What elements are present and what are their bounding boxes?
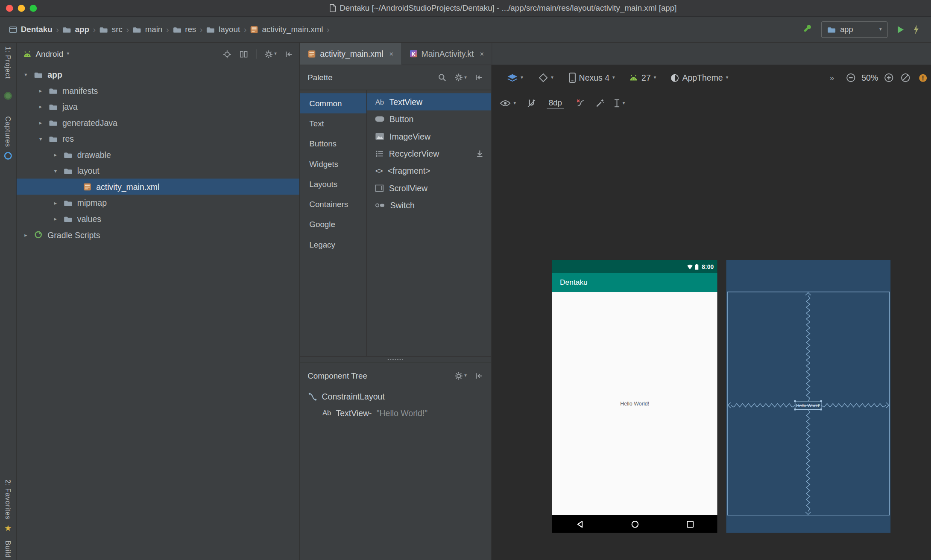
tree-row-values[interactable]: ▸ values — [17, 211, 299, 227]
palette-item-recyclerview[interactable]: RecyclerView — [367, 145, 491, 162]
project-view-select[interactable]: Android — [35, 50, 63, 58]
chevron-expanded-icon[interactable]: ▾ — [38, 136, 44, 142]
breadcrumb-file[interactable]: activity_main.xml — [249, 25, 325, 34]
default-margin-select[interactable]: 8dp — [547, 98, 564, 108]
locate-file-icon[interactable] — [223, 50, 231, 58]
titlebar: Dentaku [~/AndroidStudioProjects/Dentaku… — [0, 0, 931, 17]
close-icon[interactable]: × — [480, 50, 484, 57]
breadcrumb-res[interactable]: res — [171, 25, 198, 34]
infer-constraints-button[interactable] — [594, 99, 604, 108]
chevron-collapsed-icon[interactable]: ▸ — [52, 216, 59, 222]
tree-row-mipmap[interactable]: ▸ mipmap — [17, 195, 299, 211]
stripe-project-button[interactable]: 1: Project — [4, 46, 12, 79]
captures-icon[interactable] — [4, 152, 12, 159]
hide-panel-icon[interactable] — [474, 73, 483, 82]
breadcrumb-layout[interactable]: layout — [205, 25, 242, 34]
design-surface[interactable]: ▾ ▾ Nexus 4 ▾ — [492, 65, 931, 560]
tree-row-gradle-scripts[interactable]: ▸ Gradle Scripts — [17, 227, 299, 243]
category-text[interactable]: Text — [300, 114, 366, 134]
split-view-icon[interactable] — [239, 50, 248, 58]
stripe-build-variants-button[interactable]: Build Variants — [4, 541, 12, 560]
design-view[interactable]: 8:00 Dentaku Hello World! — [552, 260, 717, 533]
component-row-textview[interactable]: Ab TextView- "Hello World!" — [300, 405, 491, 421]
chevron-collapsed-icon[interactable]: ▸ — [38, 104, 44, 110]
tree-row-manifests[interactable]: ▸ manifests — [17, 82, 299, 99]
palette-settings-button[interactable]: ▾ — [454, 73, 467, 82]
zoom-out-button[interactable] — [846, 73, 855, 82]
chevron-collapsed-icon[interactable]: ▸ — [23, 232, 29, 238]
download-icon[interactable] — [476, 149, 484, 158]
chevron-collapsed-icon[interactable]: ▸ — [38, 88, 44, 93]
breadcrumb-app[interactable]: app — [61, 25, 91, 34]
wrench-icon[interactable] — [803, 25, 812, 34]
favorites-star-icon[interactable]: ★ — [4, 524, 12, 532]
close-window-button[interactable] — [6, 4, 13, 12]
category-legacy[interactable]: Legacy — [300, 234, 366, 254]
project-settings-button[interactable]: ▾ — [264, 50, 277, 58]
palette-item-imageview[interactable]: ImageView — [367, 128, 491, 145]
api-level-select[interactable]: 27 ▾ — [629, 73, 656, 82]
toolbar-overflow-button[interactable]: » — [829, 73, 834, 82]
tree-row-java[interactable]: ▸ java — [17, 99, 299, 115]
palette-item-fragment[interactable]: <> <fragment> — [367, 162, 491, 179]
autoconnect-off-icon[interactable] — [527, 99, 536, 108]
search-icon[interactable] — [438, 73, 447, 82]
palette-item-button[interactable]: Button — [367, 111, 491, 128]
category-buttons[interactable]: Buttons — [300, 134, 366, 154]
category-widgets[interactable]: Widgets — [300, 154, 366, 174]
panel-splitter[interactable] — [300, 356, 491, 363]
apply-changes-icon[interactable] — [913, 25, 919, 34]
tree-row-res[interactable]: ▾ res — [17, 131, 299, 147]
preview-content[interactable]: Hello World! — [552, 292, 717, 515]
zoom-in-button[interactable] — [884, 73, 893, 82]
zoom-window-button[interactable] — [30, 4, 37, 12]
view-options-select[interactable]: ▾ — [500, 100, 516, 107]
chevron-expanded-icon[interactable]: ▾ — [23, 72, 29, 78]
palette-item-textview[interactable]: Ab TextView — [367, 93, 491, 110]
view-mode-select[interactable]: ▾ — [507, 73, 523, 82]
component-tree-settings-button[interactable]: ▾ — [454, 371, 467, 380]
hello-world-textview[interactable]: Hello World! — [620, 400, 649, 406]
component-row-constraintlayout[interactable]: ConstraintLayout — [300, 388, 491, 405]
palette-item-scrollview[interactable]: ScrollView — [367, 179, 491, 196]
breadcrumb-src[interactable]: src — [97, 25, 124, 34]
textview-icon: Ab — [375, 98, 384, 105]
category-google[interactable]: Google — [300, 214, 366, 234]
theme-select[interactable]: AppTheme ▾ — [670, 73, 729, 82]
run-button[interactable] — [896, 25, 904, 33]
stripe-captures-button[interactable]: Captures — [4, 116, 12, 147]
orientation-select[interactable]: ▾ — [539, 73, 553, 82]
close-icon[interactable]: × — [389, 50, 393, 57]
tree-row-drawable[interactable]: ▸ drawable — [17, 146, 299, 163]
stripe-favorites-button[interactable]: 2: Favorites — [4, 479, 12, 519]
guidelines-select[interactable]: ▾ — [614, 99, 625, 107]
chevron-collapsed-icon[interactable]: ▸ — [52, 152, 59, 158]
breadcrumb-project[interactable]: Dentaku — [7, 25, 54, 34]
hide-panel-icon[interactable] — [284, 50, 293, 58]
stripe-tool-icon[interactable] — [4, 92, 12, 99]
tree-row-layout[interactable]: ▾ layout — [17, 163, 299, 179]
hide-panel-icon[interactable] — [474, 371, 483, 380]
orientation-icon — [539, 73, 548, 82]
chevron-down-icon[interactable]: ▾ — [67, 52, 69, 56]
run-configuration-select[interactable]: app ▾ — [821, 21, 888, 38]
chevron-expanded-icon[interactable]: ▾ — [52, 168, 59, 174]
category-common[interactable]: Common — [300, 93, 366, 113]
minimize-window-button[interactable] — [18, 4, 25, 12]
category-layouts[interactable]: Layouts — [300, 174, 366, 194]
chevron-collapsed-icon[interactable]: ▸ — [52, 200, 59, 206]
tree-row-app[interactable]: ▾ app — [17, 67, 299, 83]
render-warning-icon[interactable] — [919, 73, 928, 82]
device-select[interactable]: Nexus 4 ▾ — [569, 73, 615, 83]
breadcrumb-main[interactable]: main — [131, 25, 164, 34]
zoom-to-fit-button[interactable] — [901, 73, 910, 82]
tab-mainactivity-kt[interactable]: K MainActivity.kt × — [402, 43, 492, 64]
chevron-collapsed-icon[interactable]: ▸ — [38, 120, 44, 125]
palette-item-switch[interactable]: Switch — [367, 196, 491, 213]
tree-row-activity-main-xml[interactable]: activity_main.xml — [17, 178, 299, 195]
tree-row-generatedjava[interactable]: ▸ generatedJava — [17, 114, 299, 131]
clear-constraints-button[interactable] — [576, 99, 585, 108]
category-containers[interactable]: Containers — [300, 194, 366, 214]
blueprint-view[interactable]: Hello World! — [726, 260, 890, 533]
tab-activity-main-xml[interactable]: activity_main.xml × — [300, 43, 402, 64]
